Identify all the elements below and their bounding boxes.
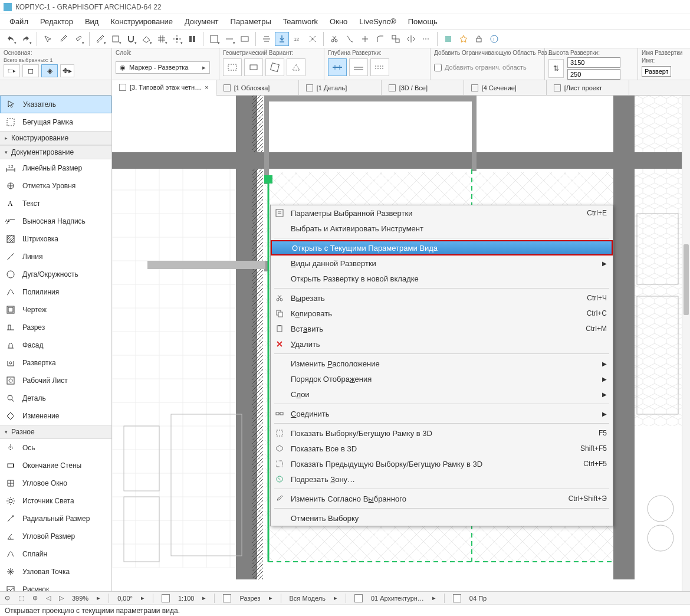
menu-документ[interactable]: Документ bbox=[179, 15, 225, 28]
tool-marquee[interactable]: Бегущая Рамка bbox=[0, 113, 111, 131]
context-menu-item[interactable]: КопироватьCtrl+С bbox=[271, 306, 613, 321]
context-menu-item[interactable]: Подрезать Зону… bbox=[271, 471, 613, 487]
depth-opt1-button[interactable] bbox=[328, 58, 347, 76]
context-menu-item[interactable]: Открыть Развертку в новой вкладке bbox=[271, 271, 613, 286]
pick-tool-button[interactable] bbox=[41, 32, 55, 46]
trace-button[interactable] bbox=[109, 32, 123, 46]
eyedropper-button[interactable] bbox=[56, 32, 70, 46]
dim-x-button[interactable] bbox=[305, 32, 320, 46]
tab[interactable]: [3. Типовой этаж четн…× bbox=[112, 80, 216, 96]
tool-worksheet[interactable]: Рабочий Лист bbox=[0, 372, 111, 389]
context-menu-item[interactable]: ВставитьCtrl+М bbox=[271, 321, 613, 336]
tool-detail[interactable]: Деталь bbox=[0, 389, 111, 407]
context-menu-item[interactable]: Изменить Согласно ВыбранногоCtrl+Shift+Э bbox=[271, 491, 613, 506]
height-icon[interactable]: ⇅ bbox=[548, 59, 564, 78]
info-button[interactable]: i bbox=[487, 32, 501, 46]
name-input[interactable] bbox=[642, 66, 671, 77]
tool-elev[interactable]: Фасад bbox=[0, 336, 111, 354]
menu-параметры[interactable]: Параметры bbox=[225, 15, 277, 28]
tab-close-icon[interactable]: × bbox=[205, 84, 208, 91]
tool-hatch[interactable]: Штриховка bbox=[0, 230, 111, 248]
dim-12-button[interactable]: 12 bbox=[290, 32, 304, 46]
tab[interactable]: [Лист проект bbox=[547, 80, 629, 95]
zoom-value[interactable]: 399% bbox=[72, 595, 88, 602]
menu-teamwork[interactable]: Teamwork bbox=[277, 15, 324, 28]
context-menu-item[interactable]: Показать Предыдущую Выборку/Бегущую Рамк… bbox=[271, 456, 613, 471]
canvas-area[interactable]: Параметры Выбранной РазверткиCtrl+EВыбра… bbox=[112, 96, 690, 591]
tool-hotspot[interactable]: Узловая Точка bbox=[0, 563, 111, 581]
renovation-button[interactable] bbox=[441, 32, 455, 46]
context-menu-item[interactable]: Удалить bbox=[271, 336, 613, 352]
bound-checkbox[interactable] bbox=[434, 64, 442, 71]
context-menu-item[interactable]: Отменить Выборку bbox=[271, 510, 613, 526]
tool-poly[interactable]: Полилиния bbox=[0, 283, 111, 301]
menu-помощь[interactable]: Помощь bbox=[402, 15, 443, 28]
zoom-in-button[interactable]: ⊕ bbox=[32, 594, 38, 602]
adjust-button[interactable] bbox=[343, 32, 357, 46]
mvo-value[interactable]: Разрез bbox=[239, 595, 260, 602]
favorites-button[interactable] bbox=[456, 32, 471, 46]
vertical-scrollbar[interactable] bbox=[682, 96, 690, 591]
syringe-button[interactable] bbox=[71, 32, 86, 46]
gravity-button[interactable] bbox=[275, 32, 289, 46]
zoom-fit-button[interactable]: ⬚ bbox=[18, 594, 24, 602]
menu-вид[interactable]: Вид bbox=[79, 15, 105, 28]
bound-checkbox-label[interactable]: Добавить огранич. область bbox=[434, 64, 527, 71]
tool-cornerwin[interactable]: Угловое Окно bbox=[0, 474, 111, 492]
tool-label[interactable]: A1Выносная Надпись bbox=[0, 212, 111, 230]
undo-button[interactable] bbox=[4, 32, 18, 46]
trim-button[interactable] bbox=[419, 32, 433, 46]
geom-opt3-button[interactable] bbox=[265, 58, 284, 76]
zoom-out-button[interactable]: ⊖ bbox=[5, 594, 10, 602]
context-menu-item[interactable]: Выбрать и Активировать Инструмент bbox=[271, 221, 613, 236]
context-menu-item[interactable]: Показать Все в 3DShift+F5 bbox=[271, 441, 613, 456]
height-top-input[interactable] bbox=[567, 57, 620, 68]
tab[interactable]: [3D / Все] bbox=[382, 80, 464, 95]
menu-livesync®[interactable]: LiveSync® bbox=[353, 15, 402, 28]
geom-opt1-button[interactable] bbox=[223, 58, 242, 76]
redo-button[interactable] bbox=[19, 32, 33, 46]
tab[interactable]: [4 Сечение] bbox=[464, 80, 547, 95]
toolgroup-construction[interactable]: Конструирование bbox=[0, 131, 111, 145]
context-menu-item[interactable]: ВырезатьCtrl+Ч bbox=[271, 290, 613, 306]
suspend-button[interactable] bbox=[185, 32, 199, 46]
height-bottom-input[interactable] bbox=[567, 69, 620, 80]
tool-line[interactable]: Линия bbox=[0, 248, 111, 266]
tool-dim[interactable]: 1.2Линейный Размер bbox=[0, 159, 111, 177]
tool-interior[interactable]: Развертка bbox=[0, 354, 111, 372]
context-menu-item[interactable]: Виды данной Развертки▶ bbox=[271, 255, 613, 271]
tool-angdim[interactable]: Угловой Размер bbox=[0, 527, 111, 545]
depth-opt2-button[interactable] bbox=[349, 58, 368, 76]
zoom-next-button[interactable]: ▷ bbox=[59, 594, 64, 602]
suspend-groups-button[interactable] bbox=[238, 32, 252, 46]
tool-light[interactable]: Источник Света bbox=[0, 492, 111, 510]
menu-файл[interactable]: Файл bbox=[4, 15, 34, 28]
tool-axis[interactable]: Ось bbox=[0, 439, 111, 457]
tool-arrow[interactable]: Указатель bbox=[0, 96, 111, 113]
grid-button[interactable] bbox=[155, 32, 169, 46]
snap-button[interactable] bbox=[170, 32, 184, 46]
tool-wallend[interactable]: Окончание Стены bbox=[0, 457, 111, 474]
tool-level[interactable]: Отметка Уровня bbox=[0, 177, 111, 195]
depth-opt3-button[interactable] bbox=[370, 58, 389, 76]
edit-plane-button[interactable] bbox=[139, 32, 153, 46]
toolgroup-documentation[interactable]: Документирование bbox=[0, 145, 111, 159]
tool-raddim[interactable]: Радиальный Размер bbox=[0, 510, 111, 527]
sel-mode3-button[interactable]: ✥▸ bbox=[60, 64, 74, 77]
sel-mode1-button[interactable]: ◻ bbox=[22, 64, 39, 77]
tab[interactable]: [1 Деталь] bbox=[299, 80, 382, 95]
context-menu-item[interactable]: Слои▶ bbox=[271, 386, 613, 402]
context-menu-item[interactable]: Параметры Выбранной РазверткиCtrl+E bbox=[271, 205, 613, 221]
menu-редактор[interactable]: Редактор bbox=[34, 15, 79, 28]
menu-конструирование[interactable]: Конструирование bbox=[104, 15, 178, 28]
geom-opt4-button[interactable] bbox=[287, 58, 305, 76]
magnet-button[interactable] bbox=[124, 32, 138, 46]
guide2-button[interactable] bbox=[222, 32, 236, 46]
default-settings-button[interactable]: ⬚▸ bbox=[4, 64, 20, 77]
menu-окно[interactable]: Окно bbox=[324, 15, 353, 28]
angle-value[interactable]: 0,00° bbox=[117, 595, 133, 602]
context-menu-item[interactable]: Изменить Расположение▶ bbox=[271, 356, 613, 371]
align-button[interactable] bbox=[259, 32, 274, 46]
layer-combo-value[interactable]: 01 Архитектурн… bbox=[371, 595, 424, 602]
context-menu-item[interactable]: Соединить▶ bbox=[271, 406, 613, 421]
